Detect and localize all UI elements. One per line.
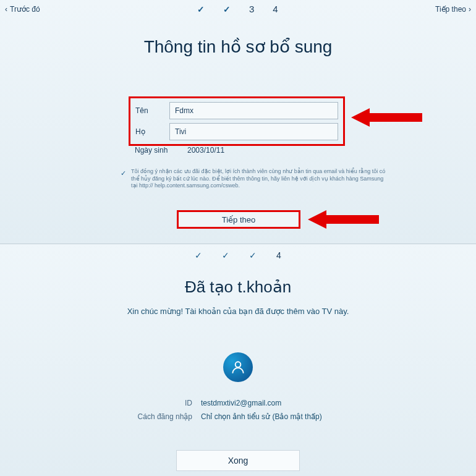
success-title: Đã tạo t.khoản: [0, 278, 476, 297]
step-4: 4: [273, 4, 278, 14]
consent-text: Tôi đồng ý nhận các ưu đãi đặc biệt, lợi…: [131, 168, 386, 190]
svg-point-2: [236, 362, 241, 367]
svg-marker-1: [308, 210, 379, 229]
id-value: testdmxtivi2@gmail.com: [201, 399, 281, 407]
step-1-check-icon: ✓: [197, 4, 205, 14]
step2-3-check-icon: ✓: [249, 250, 257, 260]
success-subtitle: Xin chúc mừng! Tài khoản của bạn đã được…: [0, 307, 476, 316]
avatar: [223, 352, 253, 382]
login-row: Cách đăng nhập Chỉ chọn ảnh tiểu sử (Bảo…: [114, 412, 362, 421]
step2-4: 4: [276, 250, 281, 260]
done-button[interactable]: Xong: [176, 450, 300, 471]
annotation-arrow-2: [308, 207, 382, 232]
top-nav: ‹ Trước đó ✓ ✓ 3 4 Tiếp theo ›: [0, 0, 476, 18]
firstname-label: Tên: [135, 106, 169, 115]
chevron-right-icon: ›: [469, 5, 471, 14]
step-3: 3: [249, 4, 254, 14]
done-button-label: Xong: [228, 456, 249, 465]
lastname-row: Họ: [135, 123, 338, 140]
dob-label: Ngày sinh: [135, 146, 187, 155]
login-method-label: Cách đăng nhập: [114, 412, 201, 421]
consent-row[interactable]: ✓ Tôi đồng ý nhận các ưu đãi đặc biệt, l…: [121, 168, 386, 190]
stepper: ✓ ✓ 3 4: [197, 4, 278, 14]
user-icon: [230, 359, 246, 375]
page-title: Thông tin hồ sơ bổ sung: [0, 36, 476, 57]
next-button[interactable]: Tiếp theo: [177, 210, 300, 229]
lastname-label: Họ: [135, 127, 169, 136]
dob-value[interactable]: 2003/10/11: [187, 146, 224, 155]
back-label: Trước đó: [10, 5, 40, 14]
dob-row: Ngày sinh 2003/10/11: [135, 146, 224, 155]
id-row: ID testdmxtivi2@gmail.com: [114, 399, 362, 407]
chevron-left-icon: ‹: [5, 5, 7, 14]
svg-marker-0: [351, 108, 422, 127]
step2-2-check-icon: ✓: [222, 250, 229, 260]
stepper-2: ✓ ✓ ✓ 4: [0, 244, 476, 260]
step2-1-check-icon: ✓: [195, 250, 202, 260]
firstname-row: Tên: [135, 102, 338, 119]
next-button-label: Tiếp theo: [222, 215, 256, 224]
login-method-value: Chỉ chọn ảnh tiểu sử (Bảo mật thấp): [201, 412, 322, 421]
id-label: ID: [114, 399, 201, 407]
consent-check-icon: ✓: [121, 169, 126, 177]
next-label: Tiếp theo: [435, 5, 466, 14]
profile-info-screen: ‹ Trước đó ✓ ✓ 3 4 Tiếp theo › Thông tin…: [0, 0, 476, 244]
lastname-input[interactable]: [169, 123, 338, 140]
account-created-screen: ✓ ✓ ✓ 4 Đã tạo t.khoản Xin chúc mừng! Tà…: [0, 244, 476, 476]
next-nav-button[interactable]: Tiếp theo ›: [435, 5, 471, 14]
account-info: ID testdmxtivi2@gmail.com Cách đăng nhập…: [114, 399, 362, 426]
firstname-input[interactable]: [169, 102, 338, 119]
step-2-check-icon: ✓: [223, 4, 231, 14]
annotation-arrow-1: [351, 105, 425, 130]
name-form-highlight: Tên Họ: [129, 96, 345, 146]
back-button[interactable]: ‹ Trước đó: [5, 5, 40, 14]
